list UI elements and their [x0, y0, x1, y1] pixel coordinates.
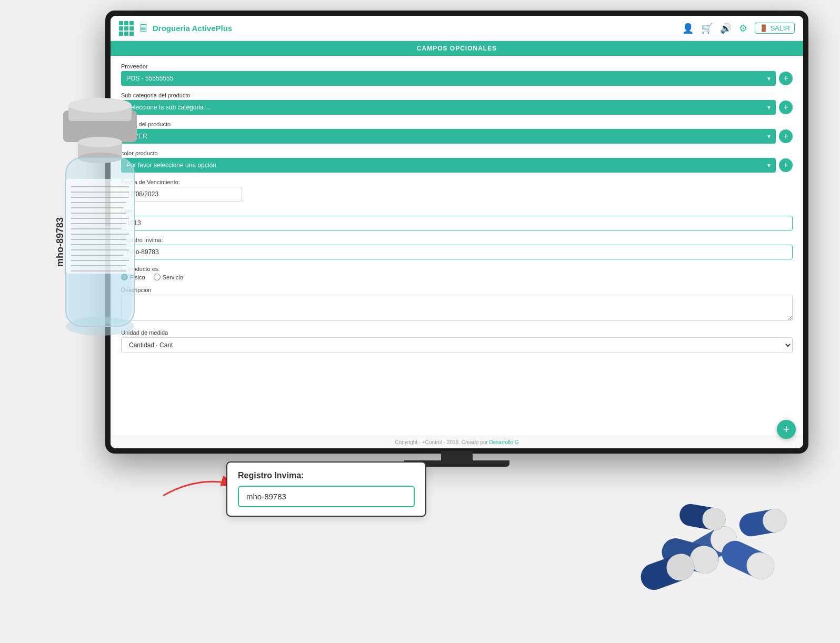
subcategoria-select[interactable]: Seleccione la sub categoria ...: [121, 100, 776, 115]
callout-label: Registro Invima:: [238, 471, 415, 480]
registro-group: Registro Invima:: [121, 237, 793, 259]
marca-add-button[interactable]: +: [779, 129, 793, 143]
salir-button[interactable]: 🚪 SALIR: [755, 23, 795, 34]
radio-group: Fisico Servicio: [121, 274, 793, 280]
color-select[interactable]: Por favor seleccione una opción: [121, 158, 776, 173]
monitor-icon: 🖥: [138, 22, 148, 34]
fecha-label: Fecha de Vencimiento:: [121, 179, 793, 185]
fecha-group: Fecha de Vencimiento:: [121, 179, 793, 202]
registro-invima-input[interactable]: [121, 245, 793, 259]
svg-rect-9: [66, 179, 134, 274]
producto-es-group: El producto es: Fisico Servicio: [121, 266, 793, 280]
marca-label: Marca del producto: [121, 121, 793, 127]
gear-icon[interactable]: ⚙: [739, 23, 747, 34]
marca-select[interactable]: BAYER: [121, 129, 776, 144]
brand-name: Drogueria ActivePlus: [153, 24, 232, 33]
topbar: 🖥 Drogueria ActivePlus 👤 🛒 🔊 ⚙ 🚪 SALIR: [111, 16, 803, 41]
callout-invima-input[interactable]: [238, 486, 415, 507]
user-icon[interactable]: 👤: [682, 23, 694, 34]
registro-label: Registro Invima:: [121, 237, 793, 243]
descripcion-textarea[interactable]: [121, 295, 793, 321]
screen-content: CAMPOS OPCIONALES Proveedor POS - 555555…: [111, 41, 803, 448]
color-row: Por favor seleccione una opción ▼ +: [121, 158, 793, 173]
exit-icon: 🚪: [759, 24, 768, 32]
proveedor-label: Proveedor: [121, 63, 793, 69]
descripcion-group: Descripcion: [121, 287, 793, 323]
color-group: color producto Por favor seleccione una …: [121, 150, 793, 173]
form-area: Proveedor POS - 55555555 ▼ +: [111, 56, 803, 436]
svg-point-28: [66, 317, 134, 336]
proveedor-select[interactable]: POS - 55555555: [121, 71, 776, 86]
fab-button[interactable]: +: [777, 420, 796, 439]
campos-header: CAMPOS OPCIONALES: [111, 41, 803, 56]
lote-input[interactable]: [121, 216, 793, 230]
monitor-wrapper: 🖥 Drogueria ActivePlus 👤 🛒 🔊 ⚙ 🚪 SALIR C…: [105, 11, 808, 454]
marca-group: Marca del producto BAYER ▼ +: [121, 121, 793, 144]
subcategoria-select-wrapper: Seleccione la sub categoria ... ▼: [121, 100, 776, 115]
unidad-group: Unidad de medida Cantidad · Cant: [121, 329, 793, 353]
color-label: color producto: [121, 150, 793, 156]
app-grid-icon[interactable]: [119, 21, 134, 36]
proveedor-add-button[interactable]: +: [779, 72, 793, 85]
monitor-screen: 🖥 Drogueria ActivePlus 👤 🛒 🔊 ⚙ 🚪 SALIR C…: [111, 16, 803, 448]
marca-row: BAYER ▼ +: [121, 129, 793, 144]
color-select-wrapper: Por favor seleccione una opción ▼: [121, 158, 776, 173]
color-add-button[interactable]: +: [779, 158, 793, 172]
screen-footer: Copyright - +Control - 2018. Creado por …: [111, 436, 803, 448]
topbar-left: 🖥 Drogueria ActivePlus: [119, 21, 232, 36]
pills-illustration: [598, 464, 808, 611]
stand-neck: [441, 451, 473, 460]
proveedor-select-wrapper: POS - 55555555 ▼: [121, 71, 776, 86]
monitor-frame: 🖥 Drogueria ActivePlus 👤 🛒 🔊 ⚙ 🚪 SALIR C…: [105, 11, 808, 454]
footer-link[interactable]: Desarrollo G: [489, 439, 519, 445]
subcategoria-group: Sub categoria del producto Seleccione la…: [121, 92, 793, 115]
proveedor-row: POS - 55555555 ▼ +: [121, 71, 793, 86]
subcategoria-label: Sub categoria del producto: [121, 92, 793, 98]
topbar-right: 👤 🛒 🔊 ⚙ 🚪 SALIR: [682, 23, 795, 34]
svg-point-3: [68, 98, 132, 113]
descripcion-label: Descripcion: [121, 287, 793, 293]
unidad-select[interactable]: Cantidad · Cant: [121, 337, 793, 353]
lote-label: Lote:: [121, 208, 793, 214]
subcategoria-add-button[interactable]: +: [779, 101, 793, 114]
marca-select-wrapper: BAYER ▼: [121, 129, 776, 144]
unidad-label: Unidad de medida: [121, 329, 793, 336]
svg-point-5: [78, 137, 122, 147]
speaker-icon[interactable]: 🔊: [720, 23, 732, 34]
lote-group: Lote:: [121, 208, 793, 230]
svg-text:mho-89783: mho-89783: [55, 217, 65, 267]
vial-illustration: mho-89783: [0, 42, 200, 410]
cart-icon[interactable]: 🛒: [701, 23, 713, 34]
producto-es-label: El producto es:: [121, 266, 793, 272]
callout-box: Registro Invima:: [226, 461, 426, 517]
subcategoria-row: Seleccione la sub categoria ... ▼ +: [121, 100, 793, 115]
proveedor-group: Proveedor POS - 55555555 ▼ +: [121, 63, 793, 86]
